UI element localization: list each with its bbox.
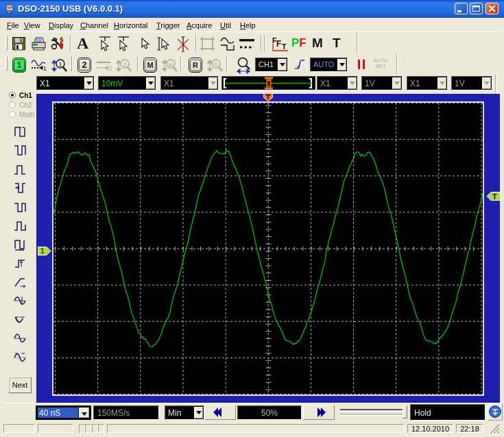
- svg-text:F: F: [276, 39, 281, 49]
- svg-text:T: T: [492, 192, 497, 201]
- svg-text:1: 1: [43, 65, 47, 72]
- svg-text:2: 2: [123, 61, 127, 68]
- svg-text:1: 1: [40, 247, 45, 255]
- svg-text:M: M: [169, 62, 173, 68]
- svg-text:R: R: [214, 62, 218, 68]
- svg-text:2: 2: [108, 65, 112, 72]
- svg-text:T: T: [282, 42, 287, 51]
- svg-text:1: 1: [59, 61, 62, 68]
